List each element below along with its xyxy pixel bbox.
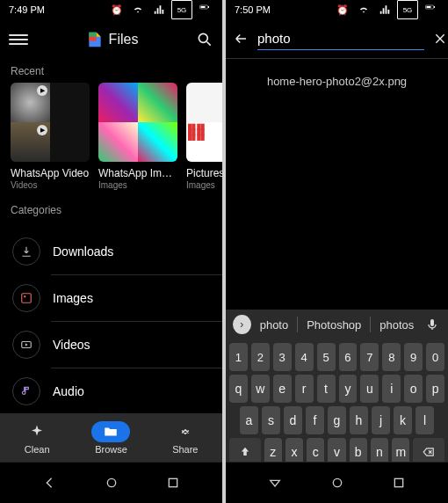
alarm-icon: ⏰ (108, 1, 126, 18)
mic-icon[interactable] (423, 315, 441, 334)
key-row-1: qwertyuiop (229, 375, 444, 403)
category-images[interactable]: Images (0, 275, 222, 321)
key-e[interactable]: e (273, 375, 292, 403)
svg-rect-5 (22, 294, 32, 303)
category-videos[interactable]: Videos (0, 322, 222, 368)
back-button[interactable] (233, 30, 249, 47)
search-input[interactable] (257, 27, 424, 50)
key-2[interactable]: 2 (251, 343, 270, 371)
key-k[interactable]: k (394, 406, 412, 434)
tab-browse[interactable]: Browse (91, 421, 130, 455)
play-badge-icon: ▶ (37, 125, 47, 135)
key-3[interactable]: 3 (273, 343, 292, 371)
category-downloads[interactable]: Downloads (0, 229, 222, 274)
svg-rect-2 (201, 6, 206, 8)
tile-sub: Images (98, 180, 177, 190)
app-title: Files (109, 32, 139, 47)
nav-recent[interactable] (386, 470, 412, 496)
key-h[interactable]: h (350, 406, 368, 434)
expand-suggestions-button[interactable]: › (233, 315, 251, 334)
key-i[interactable]: i (382, 375, 401, 403)
key-0[interactable]: 0 (426, 343, 444, 371)
nav-recent[interactable] (160, 470, 186, 496)
recent-tile[interactable]: ▶ ▶ WhatsApp Video Videos (11, 83, 90, 190)
audio-icon (12, 377, 40, 405)
lte-icon: 5G (397, 0, 418, 19)
key-y[interactable]: y (339, 375, 358, 403)
svg-rect-11 (434, 6, 435, 8)
suggestion-bar: › photo Photoshop photos (229, 313, 444, 339)
svg-rect-1 (208, 6, 209, 8)
wifi-icon (129, 1, 147, 18)
android-nav-bar (226, 462, 448, 503)
svg-rect-13 (430, 319, 434, 326)
category-label: Downloads (53, 244, 113, 259)
battery-icon (422, 1, 439, 18)
key-row-numbers: 1234567890 (229, 343, 444, 371)
key-u[interactable]: u (360, 375, 379, 403)
key-t[interactable]: t (317, 375, 336, 403)
status-time: 7:49 PM (9, 4, 45, 15)
key-w[interactable]: w (251, 375, 270, 403)
recent-row[interactable]: ▶ ▶ WhatsApp Video Videos WhatsApp Image… (0, 83, 222, 190)
tile-sub: Videos (11, 180, 90, 190)
nav-home[interactable] (98, 470, 125, 496)
category-label: Images (53, 291, 93, 305)
key-9[interactable]: 9 (404, 343, 423, 371)
suggestion[interactable]: Photoshop (303, 317, 365, 333)
tile-sub: Images (186, 180, 222, 190)
tab-label: Browse (95, 444, 127, 455)
key-5[interactable]: 5 (317, 343, 336, 371)
recent-tile[interactable]: ██ ████ ████ ██ Pictures Images (186, 83, 222, 190)
nav-back[interactable] (262, 470, 288, 496)
image-icon (12, 284, 40, 312)
files-logo-icon (86, 31, 104, 48)
status-bar: 7:49 PM ⏰ 5G (0, 0, 222, 19)
key-q[interactable]: q (229, 375, 248, 403)
suggestion[interactable]: photos (376, 317, 417, 333)
key-6[interactable]: 6 (339, 343, 358, 371)
battery-icon (196, 1, 213, 18)
svg-point-6 (24, 295, 25, 297)
menu-button[interactable] (9, 30, 28, 49)
key-a[interactable]: a (240, 406, 258, 434)
video-icon (12, 331, 40, 359)
nav-home[interactable] (324, 470, 350, 496)
tab-clean[interactable]: Clean (18, 421, 56, 455)
tab-label: Clean (25, 444, 50, 455)
category-audio[interactable]: Audio (0, 368, 222, 414)
key-r[interactable]: r (295, 375, 314, 403)
key-j[interactable]: j (372, 406, 390, 434)
category-label: Videos (53, 338, 90, 352)
search-result[interactable]: home-hero-photo2@2x.png (226, 59, 448, 104)
categories-label: Categories (0, 199, 222, 222)
suggestion[interactable]: photo (257, 317, 293, 333)
svg-line-4 (207, 42, 211, 46)
wifi-icon (355, 1, 372, 18)
download-icon (12, 237, 40, 266)
signal-icon (150, 1, 168, 18)
recent-tile[interactable]: WhatsApp Images Images (98, 83, 177, 190)
clear-search-button[interactable] (433, 29, 447, 48)
key-d[interactable]: d (284, 406, 302, 434)
key-7[interactable]: 7 (360, 343, 379, 371)
app-bar: Files (0, 19, 222, 60)
status-bar: 7:50 PM ⏰ 5G (226, 0, 448, 19)
key-8[interactable]: 8 (382, 343, 401, 371)
svg-rect-9 (170, 478, 177, 486)
key-o[interactable]: o (404, 375, 423, 403)
tab-share[interactable]: Share (166, 421, 205, 455)
search-button[interactable] (196, 31, 213, 48)
key-p[interactable]: p (426, 375, 444, 403)
bottom-tabs: Clean Browse Share (0, 413, 222, 463)
svg-point-8 (107, 478, 115, 486)
key-f[interactable]: f (306, 406, 324, 434)
tile-title: WhatsApp Video (11, 167, 90, 179)
key-l[interactable]: l (415, 406, 434, 434)
key-1[interactable]: 1 (229, 343, 248, 371)
nav-back[interactable] (36, 470, 62, 496)
signal-icon (376, 1, 394, 18)
key-s[interactable]: s (262, 406, 280, 434)
key-4[interactable]: 4 (295, 343, 314, 371)
key-g[interactable]: g (328, 406, 346, 434)
